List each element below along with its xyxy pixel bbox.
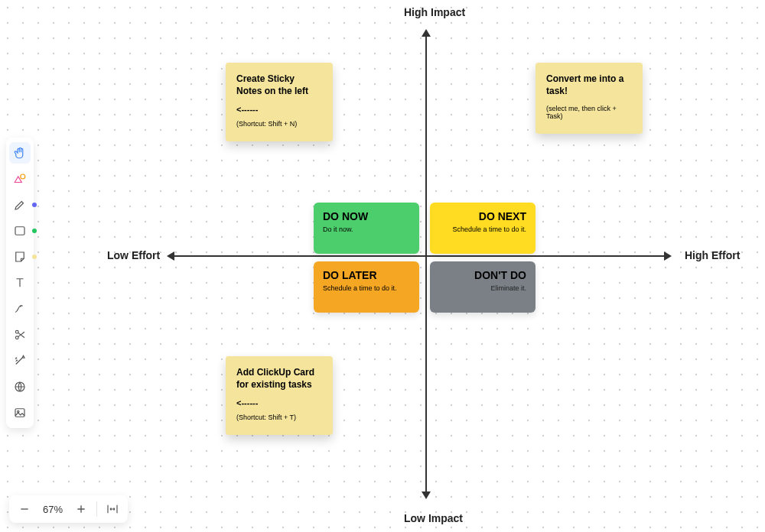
connector-tool[interactable] bbox=[9, 298, 31, 320]
toolbar bbox=[6, 138, 34, 428]
text-tool[interactable] bbox=[9, 272, 31, 294]
quadrant-subtitle: Schedule a time to do it. bbox=[323, 284, 410, 292]
axis-horizontal bbox=[172, 255, 666, 257]
sticky-title: Add ClickUp Card for existing tasks bbox=[236, 367, 322, 391]
globe-icon bbox=[13, 380, 27, 394]
arrowhead-right-icon bbox=[664, 251, 672, 261]
pen-tool[interactable] bbox=[9, 194, 31, 216]
magic-tool[interactable] bbox=[9, 350, 31, 371]
sticky-subtitle: (select me, then click + Task) bbox=[546, 105, 632, 120]
rectangle-icon bbox=[13, 224, 27, 238]
sticky-subtitle: (Shortcut: Shift + T) bbox=[236, 414, 322, 421]
sticky-title: Convert me into a task! bbox=[546, 73, 632, 97]
image-tool[interactable] bbox=[9, 402, 31, 423]
shapes-tool[interactable] bbox=[9, 168, 31, 190]
axis-label-top: High Impact bbox=[404, 6, 465, 18]
zoom-level-label[interactable]: 67% bbox=[40, 504, 66, 515]
axis-label-right: High Effort bbox=[685, 249, 740, 261]
axis-label-left: Low Effort bbox=[107, 249, 160, 261]
image-icon bbox=[13, 406, 27, 420]
zoom-in-button[interactable] bbox=[70, 498, 92, 520]
sticky-note[interactable]: Create Sticky Notes on the left <------ … bbox=[226, 63, 333, 141]
sticky-title: Create Sticky Notes on the left bbox=[236, 73, 322, 97]
sparkle-icon bbox=[13, 354, 27, 368]
svg-rect-5 bbox=[15, 409, 24, 417]
quadrant-do-next[interactable]: DO NEXT Schedule a time to do it. bbox=[430, 203, 536, 254]
fit-to-screen-button[interactable] bbox=[102, 498, 123, 520]
quadrant-title: DO LATER bbox=[323, 269, 410, 281]
shapes-icon bbox=[13, 172, 27, 186]
scissors-icon bbox=[13, 328, 27, 342]
scissors-tool[interactable] bbox=[9, 324, 31, 345]
axis-label-bottom: Low Impact bbox=[404, 512, 463, 524]
color-indicator-icon bbox=[32, 203, 37, 207]
hand-tool[interactable] bbox=[9, 142, 31, 164]
quadrant-subtitle: Do it now. bbox=[323, 225, 410, 233]
hand-icon bbox=[13, 146, 27, 160]
quadrant-dont-do[interactable]: DON'T DO Eliminate it. bbox=[430, 261, 536, 313]
pen-icon bbox=[13, 198, 27, 212]
svg-point-0 bbox=[21, 174, 25, 179]
quadrant-title: DO NOW bbox=[323, 210, 410, 222]
fit-width-icon bbox=[106, 502, 119, 516]
axis-vertical bbox=[425, 34, 427, 493]
sticky-note-icon bbox=[13, 250, 27, 264]
text-icon bbox=[13, 276, 27, 290]
minus-icon bbox=[18, 503, 31, 515]
quadrant-title: DO NEXT bbox=[439, 210, 526, 222]
web-tool[interactable] bbox=[9, 376, 31, 397]
zoom-out-button[interactable] bbox=[14, 498, 35, 520]
quadrant-do-later[interactable]: DO LATER Schedule a time to do it. bbox=[314, 261, 419, 313]
plus-icon bbox=[75, 503, 87, 515]
svg-point-2 bbox=[15, 330, 18, 333]
quadrant-subtitle: Eliminate it. bbox=[439, 284, 526, 292]
sticky-note[interactable]: Convert me into a task! (select me, then… bbox=[536, 63, 643, 134]
quadrant-subtitle: Schedule a time to do it. bbox=[439, 225, 526, 233]
divider bbox=[96, 501, 97, 517]
sticky-subtitle: (Shortcut: Shift + N) bbox=[236, 120, 322, 128]
quadrant-do-now[interactable]: DO NOW Do it now. bbox=[314, 203, 419, 254]
connector-icon bbox=[13, 302, 27, 316]
svg-point-3 bbox=[15, 336, 18, 339]
quadrant-title: DON'T DO bbox=[439, 269, 526, 281]
zoom-control: 67% bbox=[9, 495, 128, 523]
sticky-arrow-text: <------ bbox=[236, 105, 322, 114]
sticky-note-tool[interactable] bbox=[9, 246, 31, 268]
svg-rect-1 bbox=[15, 227, 24, 235]
color-indicator-icon bbox=[32, 255, 37, 259]
color-indicator-icon bbox=[32, 229, 37, 233]
sticky-note[interactable]: Add ClickUp Card for existing tasks <---… bbox=[226, 356, 333, 435]
arrowhead-down-icon bbox=[422, 491, 431, 499]
arrowhead-up-icon bbox=[422, 29, 431, 37]
sticky-arrow-text: <------ bbox=[236, 398, 322, 407]
arrowhead-left-icon bbox=[167, 251, 174, 261]
rectangle-tool[interactable] bbox=[9, 220, 31, 242]
